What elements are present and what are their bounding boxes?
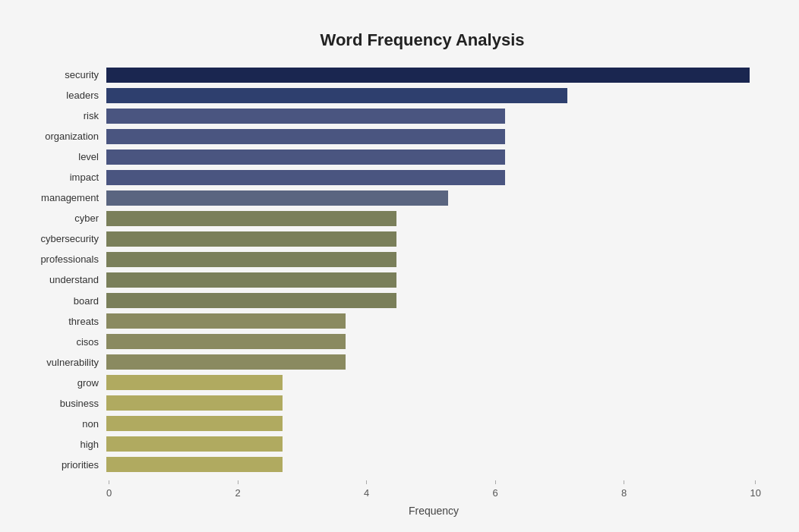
bar-fill xyxy=(106,272,396,288)
x-tick-line xyxy=(624,480,624,484)
bar-label: threats xyxy=(23,316,106,327)
x-tick-label: 0 xyxy=(106,487,112,499)
bar-fill xyxy=(106,150,505,165)
x-tick: 0 xyxy=(106,480,112,499)
chart-container: Word Frequency Analysis securityleadersr… xyxy=(15,15,784,532)
bar-label: management xyxy=(23,192,106,203)
bar-label: professionals xyxy=(23,253,106,265)
bar-fill xyxy=(106,252,396,267)
bar-row: leaders xyxy=(23,86,761,105)
x-tick: 4 xyxy=(364,480,369,499)
x-tick: 10 xyxy=(750,480,761,499)
bar-label: impact xyxy=(23,172,106,183)
x-tick: 2 xyxy=(235,480,241,499)
x-tick: 6 xyxy=(493,480,498,499)
x-tick-label: 10 xyxy=(750,487,761,499)
x-axis: 0246810 Frequency xyxy=(106,480,761,511)
bar-label: level xyxy=(23,151,106,162)
bar-fill xyxy=(106,129,505,144)
bar-track xyxy=(106,88,761,103)
bar-label: vulnerability xyxy=(23,357,106,368)
x-tick-line xyxy=(495,480,496,484)
bar-track xyxy=(106,170,761,185)
chart-area: securityleadersriskorganizationlevelimpa… xyxy=(23,65,761,476)
x-tick-line xyxy=(238,480,238,484)
bar-label: leaders xyxy=(23,90,106,101)
bar-label: high xyxy=(23,439,106,450)
bar-fill xyxy=(106,190,448,206)
x-tick-line xyxy=(755,480,756,484)
bar-track xyxy=(106,109,761,124)
bar-label: cybersecurity xyxy=(23,233,106,244)
bar-fill xyxy=(106,211,396,226)
bar-fill xyxy=(106,354,346,370)
bar-track xyxy=(106,252,761,267)
bar-track xyxy=(106,457,761,472)
bar-track xyxy=(106,313,761,329)
bar-fill xyxy=(106,293,396,308)
bar-fill xyxy=(106,375,283,390)
bar-row: priorities xyxy=(23,455,761,474)
bar-row: high xyxy=(23,435,761,454)
bar-track xyxy=(106,436,761,452)
bar-row: threats xyxy=(23,312,761,331)
bar-label: security xyxy=(23,69,106,80)
bar-row: grow xyxy=(23,373,761,392)
bar-row: security xyxy=(23,65,761,84)
bar-fill xyxy=(106,436,283,452)
x-tick-label: 6 xyxy=(493,487,498,499)
bar-row: vulnerability xyxy=(23,353,761,372)
bar-track xyxy=(106,354,761,370)
bar-label: business xyxy=(23,398,106,409)
bar-row: cyber xyxy=(23,209,761,228)
bar-label: grow xyxy=(23,377,106,389)
x-axis-label: Frequency xyxy=(106,505,761,517)
x-tick-label: 8 xyxy=(621,487,627,499)
bar-track xyxy=(106,375,761,390)
bar-fill xyxy=(106,313,346,329)
bar-track xyxy=(106,293,761,308)
bar-label: risk xyxy=(23,110,106,121)
bar-track xyxy=(106,231,761,247)
bar-row: organization xyxy=(23,127,761,146)
bar-track xyxy=(106,190,761,206)
bar-track xyxy=(106,334,761,349)
bar-row: business xyxy=(23,394,761,413)
bar-track xyxy=(106,416,761,431)
bar-fill xyxy=(106,170,505,185)
bar-label: understand xyxy=(23,274,106,285)
bar-track xyxy=(106,395,761,411)
bar-track xyxy=(106,129,761,144)
bar-track xyxy=(106,150,761,165)
bar-fill xyxy=(106,109,505,124)
bar-label: organization xyxy=(23,131,106,142)
bar-row: cisos xyxy=(23,332,761,351)
bar-track xyxy=(106,272,761,288)
bar-row: board xyxy=(23,291,761,310)
bar-label: board xyxy=(23,295,106,307)
bar-fill xyxy=(106,334,346,349)
bar-fill xyxy=(106,416,283,431)
bar-fill xyxy=(106,68,750,83)
bar-row: non xyxy=(23,414,761,433)
bar-row: impact xyxy=(23,168,761,187)
bar-label: priorities xyxy=(23,459,106,471)
x-tick-line xyxy=(109,480,109,484)
bar-row: professionals xyxy=(23,250,761,269)
bar-label: cyber xyxy=(23,212,106,224)
bar-row: risk xyxy=(23,106,761,125)
bar-fill xyxy=(106,395,283,411)
bar-row: cybersecurity xyxy=(23,229,761,248)
bar-label: cisos xyxy=(23,336,106,348)
bar-label: non xyxy=(23,418,106,430)
x-tick-label: 4 xyxy=(364,487,369,499)
chart-title: Word Frequency Analysis xyxy=(23,30,761,50)
x-axis-area: 0246810 Frequency xyxy=(23,480,761,511)
bar-fill xyxy=(106,231,396,247)
bar-fill xyxy=(106,457,283,472)
bar-row: level xyxy=(23,147,761,166)
bar-track xyxy=(106,68,761,83)
bar-track xyxy=(106,211,761,226)
bar-fill xyxy=(106,88,567,103)
x-tick: 8 xyxy=(621,480,627,499)
